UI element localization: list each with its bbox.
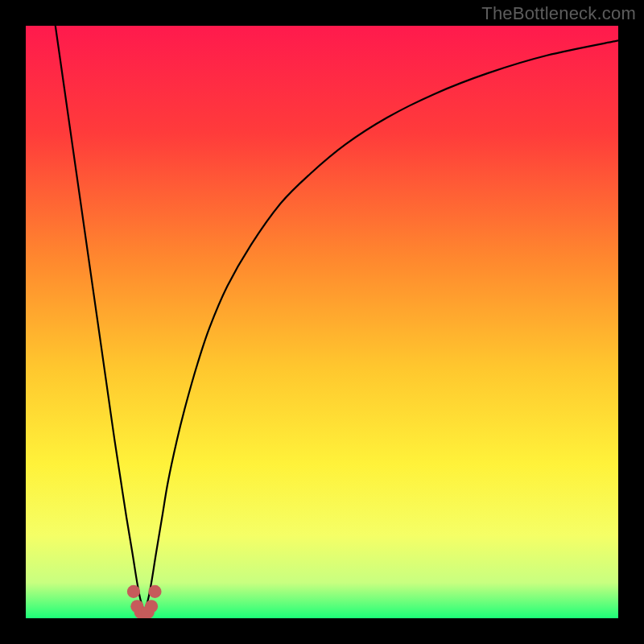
- watermark-text: TheBottleneck.com: [481, 3, 636, 24]
- plot-area: [26, 26, 618, 618]
- chart-svg: [26, 26, 618, 618]
- svg-point-0: [127, 585, 140, 598]
- chart-frame: TheBottleneck.com: [0, 0, 644, 644]
- svg-point-6: [148, 585, 161, 598]
- gradient-background: [26, 26, 618, 618]
- svg-point-5: [145, 600, 158, 613]
